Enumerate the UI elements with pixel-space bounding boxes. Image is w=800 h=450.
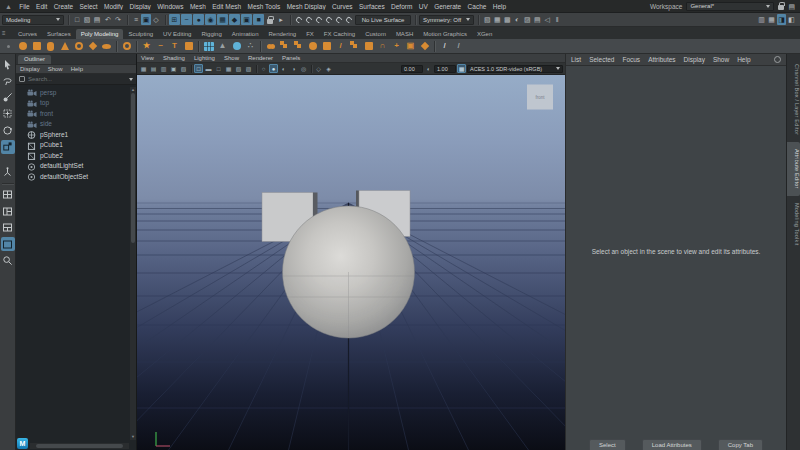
ae-menu-selected[interactable]: Selected — [589, 56, 614, 63]
poly-torus-icon[interactable] — [72, 40, 85, 53]
magnifier-icon[interactable] — [1, 254, 15, 268]
scene-sphere[interactable] — [283, 206, 415, 338]
current-tool-icon[interactable] — [1, 164, 15, 178]
shelf-menu-icon[interactable]: ≡ — [2, 30, 10, 37]
field-chart-icon[interactable]: ▦ — [224, 64, 233, 73]
viewport-canvas[interactable]: front — [137, 75, 565, 450]
viewport-menu-shading[interactable]: Shading — [163, 55, 185, 61]
outliner-menu-show[interactable]: Show — [48, 66, 63, 72]
live-surface-select[interactable]: No Live Surface — [355, 15, 411, 25]
shelf-tab-xgen[interactable]: XGen — [472, 29, 497, 40]
lasso-select-tool[interactable] — [1, 74, 15, 88]
scale-tool[interactable] — [1, 140, 15, 154]
shelf-tab-uv-editing[interactable]: UV Editing — [158, 29, 196, 40]
poly-cone-icon[interactable] — [58, 40, 71, 53]
menu-edit-mesh[interactable]: Edit Mesh — [209, 3, 244, 10]
node-connection-icon[interactable] — [324, 14, 334, 25]
menu-generate[interactable]: Generate — [431, 3, 464, 10]
select-camera-icon[interactable]: ▦ — [139, 64, 148, 73]
undo-icon[interactable]: ↶ — [103, 14, 113, 25]
snap-to-projected-center-icon[interactable]: ◉ — [205, 14, 216, 25]
shaded-icon[interactable]: ● — [269, 64, 278, 73]
shelf-tab-custom[interactable]: Custom — [360, 29, 391, 40]
exposure-icon[interactable]: ◐ — [424, 64, 433, 73]
outliner-menu-display[interactable]: Display — [20, 66, 40, 72]
shelf-tab-fx-caching[interactable]: FX Caching — [319, 29, 360, 40]
scroll-down-icon[interactable]: ▼ — [130, 434, 136, 440]
construction-history-icon[interactable]: ▧ — [482, 14, 492, 25]
input-operations-icon[interactable]: ▸ — [276, 14, 286, 25]
poly-disc-icon[interactable] — [100, 40, 113, 53]
gpu-cache-icon[interactable]: ∴ — [244, 40, 257, 53]
combine-icon[interactable] — [278, 40, 291, 53]
safe-title-icon[interactable]: ▨ — [244, 64, 253, 73]
menu-help[interactable]: Help — [490, 3, 510, 10]
redo-icon[interactable]: ↷ — [113, 14, 123, 25]
window-options-icon[interactable]: ▤ — [788, 3, 795, 10]
attribute-editor-toggle-icon[interactable]: ◨ — [777, 14, 786, 25]
menu-mesh-display[interactable]: Mesh Display — [283, 3, 328, 10]
multi-cut-icon[interactable]: / — [334, 40, 347, 53]
film-gate-icon[interactable]: □ — [214, 64, 223, 73]
polygon-table-icon[interactable] — [202, 40, 215, 53]
shelf-tab-curves[interactable]: Curves — [13, 29, 42, 40]
input-to-selected-icon[interactable] — [294, 14, 304, 25]
sidebar-tab-modeling-toolkit[interactable]: Modeling Toolkit — [787, 196, 800, 253]
sweep-mesh-icon[interactable] — [182, 40, 195, 53]
select-button[interactable]: Select — [589, 439, 626, 450]
shelf-tab-surfaces[interactable]: Surfaces — [42, 29, 76, 40]
copy-tab-button[interactable]: Copy Tab — [718, 439, 763, 450]
poly-cylinder-icon[interactable] — [44, 40, 57, 53]
menu-edit[interactable]: Edit — [33, 3, 51, 10]
quad-draw-icon[interactable]: ▣ — [404, 40, 417, 53]
shelf-menu-icon[interactable] — [2, 40, 15, 53]
new-scene-icon[interactable]: □ — [72, 14, 82, 25]
shelf-tab-poly-modeling[interactable]: Poly Modeling — [76, 29, 124, 40]
tool-settings-toggle-icon[interactable]: ◧ — [787, 14, 796, 25]
type-tool-icon[interactable]: T — [168, 40, 181, 53]
hypershade-toggle-icon[interactable]: ▦ — [767, 14, 776, 25]
super-shape-icon[interactable]: ★ — [140, 40, 153, 53]
pause-icon[interactable]: ‖ — [552, 14, 562, 25]
node-connection-icon[interactable] — [314, 14, 324, 25]
outliner-vertical-scrollbar[interactable]: ▲ ▼ — [130, 87, 136, 440]
snap-to-points-icon[interactable]: ● — [193, 14, 204, 25]
sidebar-tab-channel-box-layer-editor[interactable]: Channel Box / Layer Editor — [787, 57, 800, 142]
menu-create[interactable]: Create — [50, 3, 76, 10]
layout-single-pane[interactable] — [1, 237, 15, 251]
menu-surfaces[interactable]: Surfaces — [356, 3, 388, 10]
anim-layers-icon[interactable]: ◁ — [542, 14, 552, 25]
smooth-icon[interactable] — [306, 40, 319, 53]
shelf-tab-mash[interactable]: MASH — [391, 29, 418, 40]
snap-to-view-planes-icon[interactable]: ▦ — [217, 14, 228, 25]
viewport-menu-lighting[interactable]: Lighting — [194, 55, 215, 61]
layout-pane-split-bottom[interactable] — [1, 221, 15, 235]
render-view-icon[interactable]: ▦ — [492, 14, 502, 25]
move-tool[interactable] — [1, 107, 15, 121]
menu-windows[interactable]: Windows — [154, 3, 187, 10]
layout-four-pane[interactable] — [1, 188, 15, 202]
reduce-icon[interactable] — [320, 40, 333, 53]
separate-icon[interactable] — [292, 40, 305, 53]
make-live-icon[interactable]: ◆ — [229, 14, 240, 25]
output-from-selected-icon[interactable] — [304, 14, 314, 25]
view-transform-select[interactable]: ACES 1.0 SDR-video (sRGB) — [467, 65, 563, 73]
ae-menu-help[interactable]: Help — [737, 56, 750, 63]
select-hierarchy-icon[interactable]: ≡ — [131, 14, 141, 25]
viewport-menu-show[interactable]: Show — [224, 55, 239, 61]
menu-display[interactable]: Display — [126, 3, 154, 10]
display-layers-icon[interactable]: ▤ — [532, 14, 542, 25]
platonic-solid-icon[interactable] — [120, 40, 133, 53]
viewport-menu-renderer[interactable]: Renderer — [248, 55, 273, 61]
shelf-tab-motion-graphics[interactable]: Motion Graphics — [418, 29, 472, 40]
shelf-tab-animation[interactable]: Animation — [227, 29, 264, 40]
menu-select[interactable]: Select — [76, 3, 100, 10]
bookmarks-icon[interactable]: ▣ — [169, 64, 178, 73]
menu-mesh[interactable]: Mesh — [187, 3, 209, 10]
image-plane-icon[interactable]: ▧ — [179, 64, 188, 73]
shelf-tab-sculpting[interactable]: Sculpting — [123, 29, 158, 40]
gamma-field[interactable]: 1.00 — [434, 65, 456, 73]
outliner-item-defaultobjectset[interactable]: defaultObjectSet — [16, 171, 136, 182]
menu-file[interactable]: File — [16, 3, 33, 10]
chevron-down-icon[interactable] — [129, 78, 133, 81]
